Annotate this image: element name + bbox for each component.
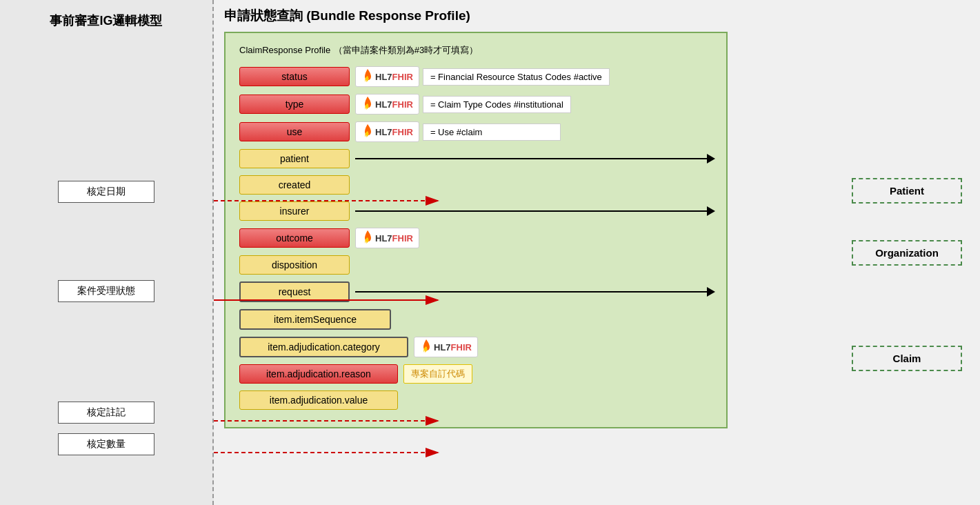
field-status: status — [239, 67, 350, 86]
flame-icon-use — [361, 124, 374, 139]
hl7-badge-use: HL7FHIR — [355, 121, 419, 142]
main-content: 申請狀態查詢 (Bundle Response Profile) ClaimRe… — [214, 0, 980, 505]
field-row-status: status HL7FHIR = Financial Resource Stat… — [239, 66, 712, 87]
flame-icon-type — [361, 97, 374, 112]
hl7-badge-item-adj-cat: HL7FHIR — [414, 337, 478, 357]
flame-icon-item-adj-cat — [420, 339, 432, 355]
field-row-type: type HL7FHIR = Claim Type Codes #institu… — [239, 94, 712, 115]
external-box-claim: Claim — [852, 346, 962, 371]
field-use: use — [239, 122, 350, 141]
field-row-patient: patient — [239, 149, 712, 168]
field-outcome: outcome — [239, 228, 350, 248]
field-row-outcome: outcome HL7FHIR — [239, 228, 712, 248]
sidebar-item-approval-note: 核定註記 — [58, 402, 154, 424]
field-type: type — [239, 95, 350, 114]
arrow-patient — [707, 154, 715, 164]
flame-icon-outcome — [361, 230, 374, 246]
field-disposition: disposition — [239, 255, 350, 275]
type-value: = Claim Type Codes #institutional — [423, 96, 571, 113]
use-value: = Use #claim — [423, 123, 561, 141]
flame-icon-status — [361, 69, 374, 84]
sidebar-title: 事前審查IG邏輯模型 — [43, 7, 169, 34]
external-box-organization: Organization — [852, 240, 962, 266]
field-row-insurer: insurer — [239, 201, 712, 221]
field-request: request — [239, 281, 350, 302]
main-title: 申請狀態查詢 (Bundle Response Profile) — [224, 7, 970, 25]
hl7-badge-status: HL7FHIR — [355, 66, 419, 87]
arrow-insurer — [707, 206, 715, 216]
field-item-adj-category: item.adjudication.category — [239, 337, 408, 357]
profile-title: ClaimResponse Profile （當申請案件類別為#3時才可填寫） — [239, 43, 712, 57]
profile-box: ClaimResponse Profile （當申請案件類別為#3時才可填寫） … — [224, 32, 728, 428]
field-row-use: use HL7FHIR = Use #claim — [239, 121, 712, 142]
sidebar-item-approval-date: 核定日期 — [58, 181, 154, 203]
field-row-item-adj-reason: item.adjudication.reason 專案自訂代碼 — [239, 364, 712, 384]
field-patient: patient — [239, 149, 350, 168]
field-row-item-adj-value: item.adjudication.value — [239, 390, 712, 410]
sidebar: 事前審查IG邏輯模型 核定日期 案件受理狀態 核定註記 核定數量 — [0, 0, 214, 505]
field-row-item-adj-category: item.adjudication.category HL7FHIR — [239, 337, 712, 357]
field-row-item-sequence: item.itemSequence — [239, 309, 712, 330]
sidebar-item-case-status: 案件受理狀態 — [58, 280, 154, 302]
hl7-badge-outcome: HL7FHIR — [355, 228, 419, 248]
field-row-created: created — [239, 175, 712, 195]
field-item-adj-reason: item.adjudication.reason — [239, 364, 398, 384]
field-item-adj-value: item.adjudication.value — [239, 390, 398, 410]
field-created: created — [239, 175, 350, 195]
arrow-request — [707, 287, 715, 297]
field-item-sequence: item.itemSequence — [239, 309, 391, 330]
field-row-disposition: disposition — [239, 255, 712, 275]
status-value: = Financial Resource Status Codes #activ… — [423, 68, 610, 86]
sidebar-item-approval-quantity: 核定數量 — [58, 433, 154, 455]
field-insurer: insurer — [239, 201, 350, 221]
field-row-request: request — [239, 281, 712, 302]
hl7-badge-type: HL7FHIR — [355, 94, 419, 115]
external-box-patient: Patient — [852, 178, 962, 204]
custom-badge-reason: 專案自訂代碼 — [403, 364, 472, 384]
